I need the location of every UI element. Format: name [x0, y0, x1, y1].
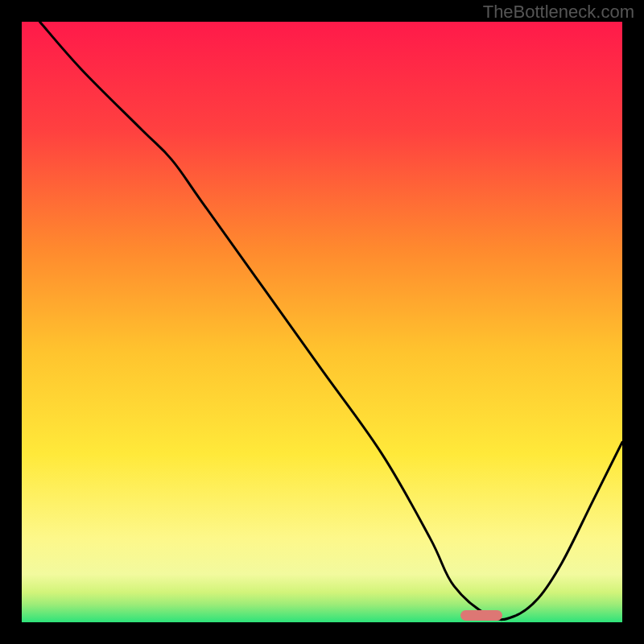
- watermark-text: TheBottleneck.com: [483, 2, 634, 23]
- bottleneck-curve: [39, 22, 622, 620]
- bottleneck-curve-layer: [22, 22, 622, 622]
- axis-bottom: [22, 622, 625, 625]
- axis-left: [19, 19, 22, 625]
- optimal-range-marker: [460, 610, 502, 621]
- plot-area: [22, 22, 622, 622]
- chart-container: TheBottleneck.com: [0, 0, 644, 644]
- axis-right: [622, 19, 625, 625]
